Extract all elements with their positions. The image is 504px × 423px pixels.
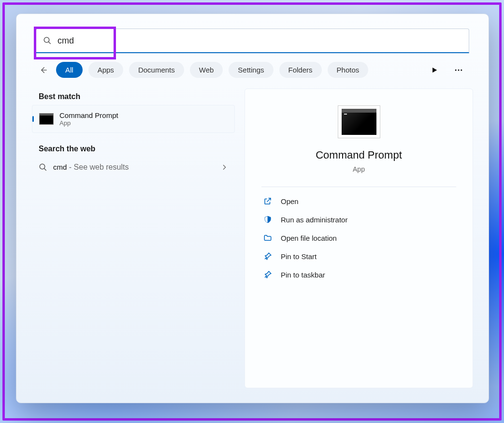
- desktop-background: AllAppsDocumentsWebSettingsFoldersPhotos…: [0, 0, 504, 423]
- filter-chip-photos[interactable]: Photos: [328, 62, 369, 78]
- back-button[interactable]: [36, 62, 51, 78]
- best-match-header: Best match: [32, 88, 235, 105]
- folder-icon: [263, 233, 273, 242]
- action-pin-to-taskbar[interactable]: Pin to taskbar: [261, 265, 456, 284]
- open-icon: [263, 197, 273, 205]
- detail-app-icon: [338, 105, 380, 138]
- play-icon[interactable]: [429, 64, 440, 76]
- svg-point-5: [458, 69, 460, 71]
- detail-pane: Command Prompt App OpenRun as administra…: [245, 88, 473, 388]
- divider: [261, 187, 456, 187]
- results-column: Best match Command Prompt App Search the…: [32, 88, 235, 388]
- action-label: Pin to taskbar: [281, 271, 325, 279]
- svg-point-6: [461, 69, 462, 71]
- action-list: OpenRun as administratorOpen file locati…: [261, 192, 456, 284]
- pin-icon: [263, 270, 273, 279]
- best-match-title: Command Prompt: [59, 111, 118, 119]
- svg-point-0: [44, 37, 49, 43]
- command-prompt-icon: [39, 113, 54, 125]
- action-run-as-administrator[interactable]: Run as administrator: [261, 210, 456, 229]
- search-panel: AllAppsDocumentsWebSettingsFoldersPhotos…: [16, 14, 489, 403]
- best-match-item[interactable]: Command Prompt App: [32, 105, 235, 133]
- search-icon: [43, 36, 52, 45]
- detail-subtitle: App: [353, 165, 365, 173]
- svg-point-7: [40, 164, 45, 169]
- web-result-item[interactable]: cmd - See web results: [32, 157, 235, 177]
- svg-line-8: [44, 168, 46, 171]
- search-bar[interactable]: [36, 29, 469, 53]
- filter-chip-web[interactable]: Web: [190, 62, 223, 78]
- search-web-header: Search the web: [32, 141, 235, 157]
- search-input[interactable]: [57, 35, 462, 46]
- filter-chip-settings[interactable]: Settings: [229, 62, 273, 78]
- svg-point-4: [455, 69, 457, 71]
- shield-icon: [263, 215, 273, 224]
- action-label: Open: [281, 197, 299, 205]
- action-label: Open file location: [281, 234, 337, 242]
- filter-chip-apps[interactable]: Apps: [88, 62, 123, 78]
- svg-line-1: [48, 42, 51, 44]
- best-match-subtitle: App: [59, 119, 118, 127]
- detail-title: Command Prompt: [316, 149, 402, 161]
- filter-chips: AllAppsDocumentsWebSettingsFoldersPhotos: [56, 62, 424, 78]
- chevron-right-icon: [220, 163, 228, 171]
- action-pin-to-start[interactable]: Pin to Start: [261, 247, 456, 265]
- svg-marker-3: [432, 67, 437, 73]
- more-icon[interactable]: [453, 64, 464, 76]
- action-open[interactable]: Open: [261, 192, 456, 210]
- search-icon: [39, 163, 47, 172]
- action-label: Pin to Start: [281, 252, 317, 261]
- action-label: Run as administrator: [281, 216, 347, 224]
- filter-chip-all[interactable]: All: [56, 62, 83, 78]
- web-suffix: - See web results: [67, 163, 129, 171]
- filter-chip-folders[interactable]: Folders: [279, 62, 322, 78]
- action-open-file-location[interactable]: Open file location: [261, 229, 456, 247]
- filter-row: AllAppsDocumentsWebSettingsFoldersPhotos: [16, 53, 489, 78]
- web-query: cmd: [53, 163, 67, 171]
- pin-icon: [263, 252, 273, 261]
- filter-chip-documents[interactable]: Documents: [129, 62, 184, 78]
